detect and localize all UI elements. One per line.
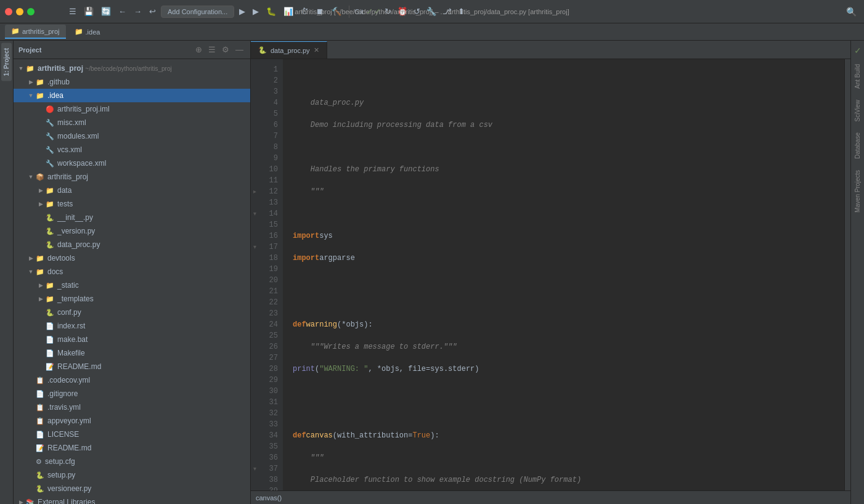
title-bar: ☰ 💾 🔄 ← → ↩ Add Configuration... ▶ ▶ 🐛 📊… <box>0 0 864 23</box>
tree-item-gitignore[interactable]: ▶ 📄 .gitignore <box>14 387 250 400</box>
search-icon[interactable]: 🔍 <box>846 7 857 17</box>
tree-item-static[interactable]: ▶ 📁 _static <box>14 278 250 292</box>
gutter-line <box>251 131 258 142</box>
code-line-6: """ <box>290 186 844 197</box>
gutter-line <box>251 452 258 463</box>
code-line-17: def canvas(with_attribution=True): <box>290 430 844 441</box>
debug-button[interactable]: 🐛 <box>264 6 279 17</box>
maximize-button[interactable] <box>27 8 35 15</box>
sidebar-header: Project ⊕ ☰ ⚙ — <box>14 41 250 59</box>
gutter-line <box>251 197 258 208</box>
vertical-scrollbar[interactable] <box>844 59 850 490</box>
file-icon: 🐍 <box>258 46 267 54</box>
tree-item-root[interactable]: ▼ 📁 arthritis_proj ~/bee/code/python/art… <box>14 62 250 75</box>
gutter-line <box>251 486 258 490</box>
gutter-line <box>251 97 258 108</box>
tree-item-license[interactable]: ▶ 📄 LICENSE <box>14 428 250 441</box>
coverage-button[interactable]: 📊 <box>281 6 296 17</box>
line-numbers: 12345 678910 1112131415 1617181920 21222… <box>258 59 283 490</box>
gutter-line <box>251 352 258 364</box>
tab-label: .idea <box>86 28 100 36</box>
tree-item-modules-xml[interactable]: ▶ 🔧 modules.xml <box>14 129 250 143</box>
project-panel-tab[interactable]: 1: Project <box>1 43 12 81</box>
sync-button[interactable]: 🔄 <box>99 6 113 17</box>
tree-item-init-py[interactable]: ▶ 🐍 __init__.py <box>14 211 250 224</box>
tree-item-travis[interactable]: ▶ 📋 .travis.yml <box>14 400 250 414</box>
gutter-line <box>251 308 258 319</box>
project-tab-arthritis[interactable]: 📁 arthritis_proj <box>5 25 66 39</box>
tree-item-appveyor[interactable]: ▶ 📋 appveyor.yml <box>14 414 250 428</box>
tree-item-readme-md-docs[interactable]: ▶ 📝 README.md <box>14 360 250 373</box>
back-button[interactable]: ← <box>116 6 129 17</box>
ant-build-tab[interactable]: Ant Build <box>852 59 863 94</box>
sidebar-add-button[interactable]: ⊕ <box>194 44 204 55</box>
gutter-line <box>251 441 258 452</box>
tab-close-button[interactable]: ✕ <box>314 46 319 54</box>
code-content[interactable]: data_proc.py Demo including processing d… <box>283 59 844 490</box>
tree-item-data-proc-py[interactable]: ▶ 🐍 data_proc.py <box>14 238 250 251</box>
tree-item-makefile[interactable]: ▶ 📄 Makefile <box>14 346 250 360</box>
tree-item-iml[interactable]: ▶ 🔴 arthritis_proj.iml <box>14 102 250 116</box>
tree-item-tests[interactable]: ▶ 📁 tests <box>14 197 250 211</box>
forward-button[interactable]: → <box>131 6 144 17</box>
code-line-12: def warning(*objs): <box>290 319 844 330</box>
code-line-2: data_proc.py <box>290 97 844 108</box>
tree-item-make-bat[interactable]: ▶ 📄 make.bat <box>14 333 250 346</box>
add-configuration-button[interactable]: Add Configuration... <box>161 6 234 18</box>
tree-item-version-py[interactable]: ▶ 🐍 _version.py <box>14 224 250 238</box>
undo-file-button[interactable]: ↩ <box>147 6 158 17</box>
gutter-line <box>251 297 258 308</box>
tree-item-setup-py[interactable]: ▶ 🐍 setup.py <box>14 468 250 482</box>
tree-item-vcs-xml[interactable]: ▶ 🔧 vcs.xml <box>14 143 250 156</box>
tree-item-index-rst[interactable]: ▶ 📄 index.rst <box>14 319 250 333</box>
tree-item-data[interactable]: ▶ 📁 data <box>14 184 250 197</box>
close-button[interactable] <box>5 8 12 15</box>
tree-item-idea[interactable]: ▼ 📁 .idea <box>14 89 250 102</box>
maven-projects-tab[interactable]: Maven Projects <box>852 165 863 217</box>
editor-tab-data-proc[interactable]: 🐍 data_proc.py ✕ <box>251 41 327 59</box>
sidebar-filter-button[interactable]: ☰ <box>206 44 218 55</box>
gutter-line <box>251 253 258 264</box>
sidebar-settings-button[interactable]: ⚙ <box>220 44 231 55</box>
tree-item-ext-libs[interactable]: ▶ 📚 External Libraries <box>14 495 250 504</box>
gutter-line <box>251 75 258 86</box>
gutter-line <box>251 219 258 230</box>
menu-button[interactable]: ☰ <box>67 6 79 17</box>
gutter-line <box>251 120 258 131</box>
code-line-13: """Writes a message to stderr.""" <box>290 341 844 352</box>
gutter-line <box>251 341 258 352</box>
minimize-button[interactable] <box>16 8 23 15</box>
checkmark-icon[interactable]: ✓ <box>852 43 864 58</box>
gutter-line <box>251 86 258 97</box>
database-tab[interactable]: Database <box>852 128 863 164</box>
project-tab-idea[interactable]: 📁 .idea <box>68 25 107 38</box>
gutter-line <box>251 153 258 164</box>
tree-item-versioneer[interactable]: ▶ 🐍 versioneer.py <box>14 482 250 495</box>
tree-item-pkg[interactable]: ▼ 📦 arthritis_proj <box>14 170 250 184</box>
tree-item-templates[interactable]: ▶ 📁 _templates <box>14 292 250 306</box>
tree-item-workspace-xml[interactable]: ▶ 🔧 workspace.xml <box>14 156 250 170</box>
gutter-line <box>251 108 258 120</box>
tree-item-misc-xml[interactable]: ▶ 🔧 misc.xml <box>14 116 250 129</box>
tree-item-conf-py[interactable]: ▶ 🐍 conf.py <box>14 306 250 319</box>
tree-item-setup-cfg[interactable]: ▶ ⚙ setup.cfg <box>14 455 250 468</box>
tree-item-devtools[interactable]: ▶ 📁 devtools <box>14 251 250 265</box>
traffic-lights <box>5 8 35 15</box>
run2-button[interactable]: ▶ <box>250 6 261 17</box>
tree-item-codecov[interactable]: ▶ 📋 .codecov.yml <box>14 373 250 387</box>
sidebar-close-button[interactable]: — <box>234 44 245 55</box>
run-button[interactable]: ▶ <box>237 6 248 17</box>
gutter-line: ▸ <box>251 186 258 197</box>
gutter-line <box>251 286 258 297</box>
code-line-3: Demo including processing data from a cs… <box>290 120 844 131</box>
code-line-9: import argparse <box>290 253 844 264</box>
editor-tabs: 🐍 data_proc.py ✕ <box>251 41 850 59</box>
save-button[interactable]: 💾 <box>81 6 96 17</box>
code-line-10 <box>290 275 844 286</box>
gutter-line: ▾ <box>251 463 258 474</box>
tree-item-docs[interactable]: ▼ 📁 docs <box>14 265 250 278</box>
folder-icon: 📁 <box>11 27 20 35</box>
sciview-tab[interactable]: SciView <box>852 95 863 126</box>
tree-item-readme-md[interactable]: ▶ 📝 README.md <box>14 441 250 455</box>
tree-item-github[interactable]: ▶ 📁 .github <box>14 75 250 89</box>
